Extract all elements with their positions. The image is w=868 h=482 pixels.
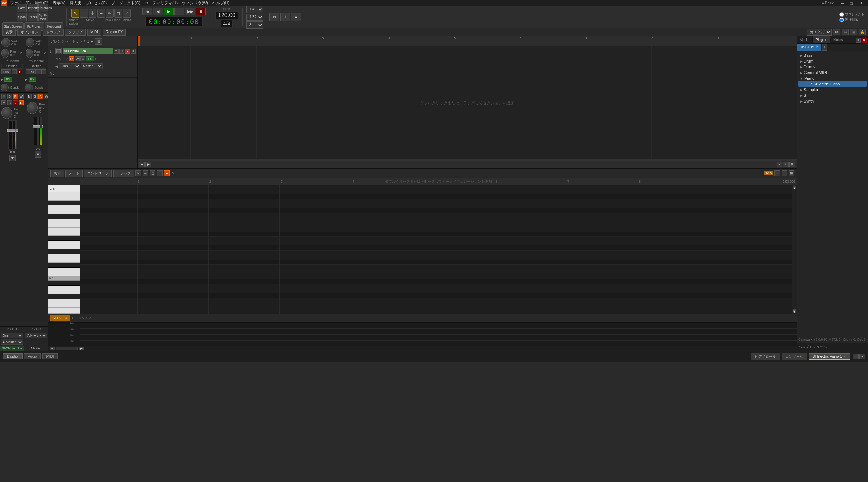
- pr-add-btn-bottom[interactable]: +: [50, 347, 55, 350]
- strip1-s-btn[interactable]: S: [7, 94, 12, 99]
- bottom-tab-audio[interactable]: Audio: [24, 353, 41, 359]
- wk-1[interactable]: [48, 192, 80, 201]
- strip2-r-btn[interactable]: R: [38, 94, 43, 99]
- bk-4[interactable]: [48, 249, 80, 254]
- strip1-input-select[interactable]: Omni: [1, 333, 23, 338]
- strip1-m-btn[interactable]: M: [1, 94, 6, 99]
- strip1-m2-btn[interactable]: M: [1, 100, 6, 105]
- track-icon-btn[interactable]: [55, 48, 62, 54]
- strip1-rec-btn[interactable]: ●: [13, 100, 18, 105]
- clip-fx-btn[interactable]: FX: [86, 56, 94, 61]
- scroll-lock-icon[interactable]: 🔒: [859, 29, 866, 35]
- shared-radio[interactable]: [839, 18, 844, 22]
- strip2-fader[interactable]: [34, 117, 42, 145]
- rp-menu-btn[interactable]: ≡: [856, 38, 861, 43]
- tree-item-piano[interactable]: ▼ Piano: [798, 75, 867, 81]
- tree-item-synth[interactable]: ▶ Synth: [798, 98, 867, 104]
- fit-icon[interactable]: ⊞: [850, 29, 857, 35]
- rp-subtab-instruments[interactable]: Instruments: [797, 44, 821, 51]
- bottom-tab-console[interactable]: コンソール: [782, 353, 807, 360]
- pr-toggle-2[interactable]: [782, 170, 787, 176]
- pr-note-insert-btn[interactable]: ♩: [157, 170, 163, 176]
- strip2-output-select[interactable]: スピーカー: [25, 333, 48, 338]
- track-input-select[interactable]: Omni: [59, 63, 80, 69]
- clip-add-btn[interactable]: +: [95, 56, 97, 61]
- snap-indicator[interactable]: 1/16: [764, 171, 773, 175]
- strip2-m-btn[interactable]: M: [27, 94, 32, 99]
- strip1-fx-btn[interactable]: FX: [4, 77, 12, 82]
- pr-scrollbar[interactable]: [56, 347, 78, 350]
- menu-help[interactable]: ヘルプ(H): [212, 0, 229, 6]
- clip-btn[interactable]: クリップ: [65, 29, 86, 36]
- wk-6[interactable]: [48, 254, 80, 263]
- preferences-button[interactable]: Preferences: [38, 4, 48, 12]
- tree-item-drum[interactable]: ▶ Drum: [798, 58, 867, 64]
- strip1-main-knob[interactable]: [1, 107, 12, 119]
- arrange-zoom-in[interactable]: +: [783, 162, 789, 167]
- rp-tab-plugins[interactable]: Plugins: [813, 36, 830, 43]
- tree-item-si[interactable]: ▶ SI: [798, 93, 867, 98]
- metronome-button[interactable]: ♩: [280, 13, 290, 21]
- strip2-fx-btn[interactable]: FX: [29, 77, 36, 82]
- pr-grid-btn[interactable]: ⊞: [789, 170, 794, 176]
- strip1-pan-knob[interactable]: [1, 49, 9, 58]
- window-minimize[interactable]: ─: [841, 1, 844, 5]
- strip1-arm-btn[interactable]: ▶: [19, 100, 24, 105]
- glue-button[interactable]: ⌀: [123, 9, 131, 18]
- arrange-scroll-left[interactable]: ◀: [139, 162, 145, 167]
- strip1-bottom-icon[interactable]: ▼: [9, 155, 16, 161]
- bpm-value[interactable]: 120.00: [215, 11, 238, 19]
- bottom-zoom-in[interactable]: +: [859, 354, 865, 359]
- arrange-fit[interactable]: ⊞: [789, 162, 795, 167]
- transport-to-start[interactable]: ⏮: [142, 8, 152, 15]
- tree-item-drums[interactable]: ▶ Drums: [798, 64, 867, 70]
- time-sig-value[interactable]: 4/4: [221, 20, 233, 27]
- transport-pause[interactable]: ⏸: [174, 8, 184, 15]
- strip2-send-knob[interactable]: [25, 84, 33, 91]
- open-button[interactable]: Open: [17, 13, 27, 21]
- view-btn[interactable]: 表示: [2, 29, 16, 36]
- pr-view-btn[interactable]: 表示: [50, 170, 64, 177]
- bk-6[interactable]: [48, 281, 80, 286]
- piano-roll-grid[interactable]: [80, 185, 792, 314]
- strip1-post-btn[interactable]: Post: [1, 69, 11, 74]
- clip-w-btn[interactable]: W: [75, 56, 80, 61]
- add-button[interactable]: +: [97, 9, 105, 18]
- erase-button[interactable]: ◻: [114, 9, 122, 18]
- strip1-record-indicator[interactable]: ●: [17, 69, 22, 74]
- tracks-button[interactable]: Tracks: [28, 13, 38, 21]
- strip2-post-btn[interactable]: Post: [26, 69, 36, 74]
- bk-5[interactable]: [48, 263, 80, 268]
- pr-snap-end-btn[interactable]: ▶: [79, 347, 84, 350]
- strip1-fx-toggle[interactable]: ▶: [1, 78, 4, 81]
- track-output-select[interactable]: Master: [81, 63, 103, 69]
- pr-scroll-up[interactable]: ▲: [793, 186, 796, 189]
- snap-dropdown-2[interactable]: 1/32: [246, 14, 263, 21]
- bottom-tab-midi[interactable]: MIDI: [42, 353, 58, 359]
- tree-item-bass[interactable]: ▶ Bass: [798, 53, 867, 58]
- menu-utility[interactable]: ユーティリティ(U): [145, 0, 178, 6]
- add-track-btn[interactable]: +: [90, 39, 93, 44]
- strip2-s-btn[interactable]: S: [33, 94, 38, 99]
- track-m-btn[interactable]: M: [114, 49, 119, 54]
- strip2-main-knob[interactable]: [27, 102, 38, 114]
- bk-3[interactable]: [48, 236, 80, 241]
- strip2-pan-knob[interactable]: [26, 49, 33, 58]
- strip1-gain-knob[interactable]: [1, 38, 10, 47]
- pr-draw-btn[interactable]: ✏: [143, 170, 148, 176]
- track-av-btn[interactable]: A∨: [50, 71, 55, 75]
- transport-record[interactable]: ⏺: [196, 8, 206, 15]
- strip1-circle-btn[interactable]: ○: [12, 69, 17, 74]
- wk-5[interactable]: [48, 241, 80, 249]
- velocity-label[interactable]: ベロシティ: [50, 315, 70, 321]
- strip2-gain-knob[interactable]: [26, 38, 34, 47]
- wk-9[interactable]: [48, 299, 80, 308]
- track-list-options[interactable]: ⊞: [95, 38, 102, 45]
- pr-rec-btn[interactable]: ●: [164, 170, 170, 176]
- instrument-tab-close[interactable]: ✕: [843, 354, 846, 358]
- transport-rewind[interactable]: ◀: [153, 8, 163, 15]
- pr-erase-btn[interactable]: ◻: [150, 170, 155, 176]
- pr-select-btn[interactable]: ↖: [135, 170, 141, 176]
- zoom-in-icon[interactable]: ⊕: [833, 29, 840, 35]
- strip1-w-btn[interactable]: W: [19, 94, 24, 99]
